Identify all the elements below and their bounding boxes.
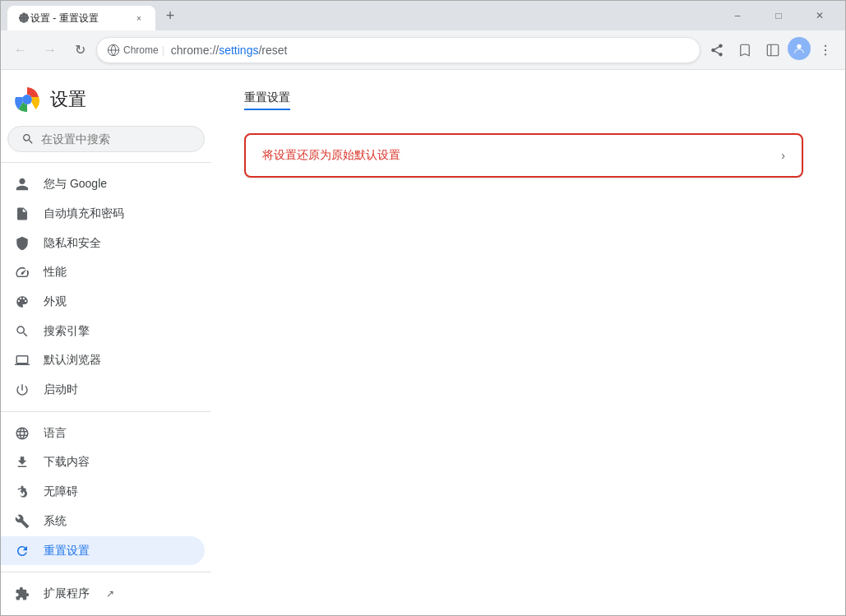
sidebar-item-google[interactable]: 您与 Google (1, 169, 205, 199)
url-path: /reset (258, 44, 287, 57)
sidebar-label-downloads: 下载内容 (44, 455, 90, 470)
chrome-icon (107, 44, 120, 57)
sidebar-label-search: 搜索引擎 (44, 324, 90, 339)
section-title: 重置设置 (244, 90, 290, 110)
address-actions (704, 37, 839, 63)
power-icon (14, 382, 30, 398)
sidebar-item-language[interactable]: 语言 (1, 419, 205, 448)
sidebar-label-language: 语言 (44, 426, 67, 441)
profile-button[interactable] (788, 37, 811, 60)
palette-icon (14, 294, 30, 310)
sidebar-item-default-browser[interactable]: 默认浏览器 (1, 346, 205, 376)
search-input[interactable] (41, 132, 191, 146)
tab-close-button[interactable]: × (132, 12, 146, 25)
security-icon (14, 235, 30, 252)
reset-item-label: 将设置还原为原始默认设置 (262, 148, 781, 163)
window-controls: – □ ✕ (719, 2, 839, 29)
chrome-logo-icon (14, 86, 40, 113)
profile-avatar-icon (793, 42, 806, 55)
sidebar-label-accessibility: 无障碍 (44, 484, 78, 499)
url-bar[interactable]: Chrome | chrome://settings/reset (96, 37, 700, 63)
build-icon (14, 513, 30, 530)
content-area: 重置设置 将设置还原为原始默认设置 › (211, 70, 845, 615)
sidebar: 设置 您与 Google (1, 70, 211, 615)
sidebar-label-performance: 性能 (44, 265, 67, 280)
sidebar-divider-mid (1, 411, 211, 412)
protocol-label: Chrome (123, 44, 159, 56)
sidebar-header: 设置 (1, 76, 211, 123)
laptop-icon (14, 352, 30, 368)
separator: | (162, 44, 164, 56)
sidebar-toggle-button[interactable] (760, 37, 786, 63)
sidebar-title: 设置 (50, 87, 86, 112)
sidebar-item-startup[interactable]: 启动时 (1, 375, 205, 405)
sidebar-label-startup: 启动时 (44, 382, 78, 397)
title-bar: 设置 - 重置设置 × + – □ ✕ (1, 1, 845, 30)
share-icon (710, 43, 724, 58)
sidebar-item-extensions[interactable]: 扩展程序 ↗ (1, 579, 205, 609)
sidebar-item-accessibility[interactable]: 无障碍 (1, 477, 205, 507)
main-container: 设置 您与 Google (1, 70, 845, 615)
sidebar-label-system: 系统 (44, 514, 67, 529)
svg-rect-1 (767, 44, 779, 56)
url-plain: chrome:// (171, 44, 219, 57)
extension-icon (14, 586, 30, 602)
sidebar-item-search[interactable]: 搜索引擎 (1, 317, 205, 346)
svg-point-4 (825, 44, 826, 46)
sidebar-divider-top (1, 162, 211, 163)
content-inner: 重置设置 将设置还原为原始默认设置 › (211, 70, 845, 194)
sidebar-item-autofill[interactable]: 自动填充和密码 (1, 199, 205, 229)
speed-icon (14, 264, 30, 280)
search-icon (21, 132, 35, 146)
share-button[interactable] (704, 37, 730, 63)
person-icon (14, 176, 30, 192)
security-indicator: Chrome | (107, 44, 164, 57)
forward-button[interactable]: → (37, 37, 63, 63)
sidebar-label-extensions: 扩展程序 (44, 586, 90, 601)
active-tab[interactable]: 设置 - 重置设置 × (7, 6, 155, 30)
sidebar-item-reset[interactable]: 重置设置 (1, 536, 205, 566)
menu-button[interactable] (812, 37, 839, 63)
sidebar-item-performance[interactable]: 性能 (1, 257, 205, 287)
svg-point-6 (825, 53, 826, 55)
reset-to-default-button[interactable]: 将设置还原为原始默认设置 › (244, 133, 803, 178)
sidebar-search[interactable] (7, 126, 205, 152)
sidebar-divider-bottom (1, 572, 211, 572)
svg-point-3 (797, 44, 801, 48)
refresh-icon (14, 543, 30, 559)
new-tab-button[interactable]: + (159, 4, 182, 27)
more-icon (818, 43, 833, 58)
back-button[interactable]: ← (7, 37, 34, 63)
tab-favicon (17, 12, 30, 25)
svg-point-5 (825, 49, 826, 50)
sidebar-item-appearance[interactable]: 外观 (1, 287, 205, 317)
url-text: chrome://settings/reset (171, 44, 690, 57)
url-settings: settings (219, 44, 258, 57)
sidebar-label-default-browser: 默认浏览器 (44, 353, 101, 368)
refresh-button[interactable]: ↻ (67, 37, 93, 63)
download-icon (14, 454, 30, 470)
sidebar-item-privacy[interactable]: 隐私和安全 (1, 229, 205, 258)
sidebar-label-google: 您与 Google (44, 177, 107, 192)
sidebar-label-appearance: 外观 (44, 294, 67, 309)
language-icon (14, 425, 30, 442)
sidebar-icon (765, 43, 780, 58)
reset-item-arrow-icon: › (781, 149, 785, 162)
sidebar-item-system[interactable]: 系统 (1, 507, 205, 536)
close-button[interactable]: ✕ (801, 2, 839, 29)
search-sidebar-icon (14, 323, 30, 340)
sidebar-label-reset: 重置设置 (44, 544, 90, 558)
bookmark-button[interactable] (732, 37, 758, 63)
browser-window: 设置 - 重置设置 × + – □ ✕ ← → ↻ Chrome | (0, 0, 846, 616)
external-link-icon: ↗ (106, 588, 114, 600)
maximize-button[interactable]: □ (760, 2, 797, 29)
sidebar-label-privacy: 隐私和安全 (44, 236, 101, 251)
sidebar-label-autofill: 自动填充和密码 (44, 206, 124, 221)
sidebar-item-downloads[interactable]: 下载内容 (1, 448, 205, 478)
tab-title: 设置 - 重置设置 (30, 12, 126, 25)
description-icon (14, 206, 30, 222)
minimize-button[interactable]: – (719, 2, 756, 29)
svg-point-9 (23, 95, 31, 104)
bookmark-icon (737, 43, 752, 58)
address-bar: ← → ↻ Chrome | chrome://settings/reset (1, 30, 845, 70)
